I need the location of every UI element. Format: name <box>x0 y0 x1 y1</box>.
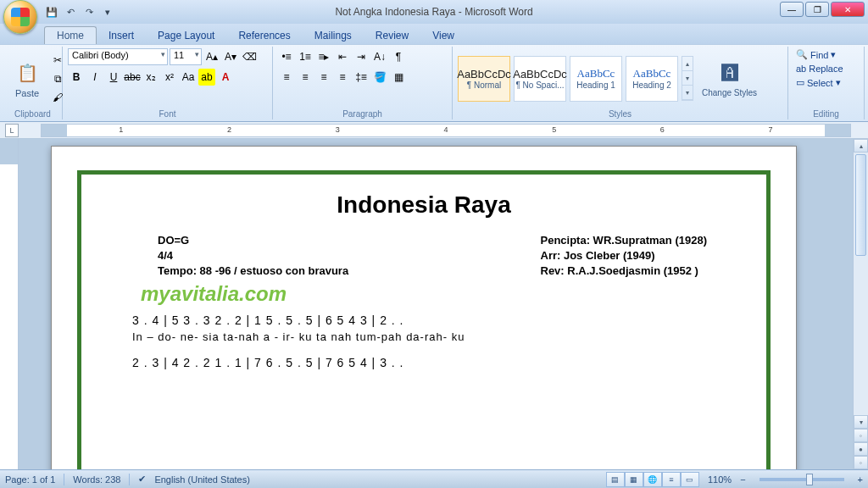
style-normal[interactable]: AaBbCcDc¶ Normal <box>458 56 510 102</box>
vertical-ruler[interactable] <box>0 139 19 469</box>
tab-insert[interactable]: Insert <box>97 27 146 44</box>
document-page[interactable]: Indonesia Raya DO=G 4/4 Tempo: 88 -96 / … <box>51 146 797 469</box>
zoom-out-button[interactable]: − <box>740 474 745 485</box>
highlight-button[interactable]: ab <box>198 69 215 86</box>
web-layout-view[interactable]: 🌐 <box>643 472 662 487</box>
numbering-button[interactable]: 1≡ <box>297 48 314 65</box>
ribbon-tabs: Home Insert Page Layout References Maili… <box>0 24 868 44</box>
font-color-button[interactable]: A <box>217 69 234 86</box>
qat-redo-icon[interactable]: ↷ <box>81 4 97 19</box>
superscript-button[interactable]: x² <box>161 69 178 86</box>
align-left-button[interactable]: ≡ <box>278 69 295 86</box>
notation-line2: 2 . 3 | 4 2 . 2 1 . 1 | 7 6 . 5 . 5 | 7 … <box>132 355 715 372</box>
shading-button[interactable]: 🪣 <box>371 69 388 86</box>
doc-arranger: Arr: Jos Cleber (1949) <box>541 249 708 262</box>
subscript-button[interactable]: x₂ <box>142 69 159 86</box>
tab-selector[interactable]: L <box>5 124 19 137</box>
tab-references[interactable]: References <box>226 27 302 44</box>
office-button[interactable] <box>3 0 37 34</box>
inc-indent-button[interactable]: ⇥ <box>353 48 370 65</box>
align-center-button[interactable]: ≡ <box>297 69 314 86</box>
font-size-select[interactable]: 11 <box>170 48 202 65</box>
font-group-label: Font <box>68 108 267 119</box>
vertical-scrollbar[interactable]: ▴ ▾ ◦ ● ◦ <box>853 139 868 469</box>
status-bar: Page: 1 of 1 Words: 238 ✔ English (Unite… <box>0 469 868 488</box>
editing-group-label: Editing <box>793 108 859 119</box>
bold-button[interactable]: B <box>68 69 85 86</box>
lyric-line1: In – do- ne- sia ta-nah a - ir- ku ta na… <box>132 330 715 345</box>
align-right-button[interactable]: ≡ <box>315 69 332 86</box>
proofing-icon[interactable]: ✔ <box>138 474 146 485</box>
borders-button[interactable]: ▦ <box>390 69 407 86</box>
line-spacing-button[interactable]: ‡≡ <box>353 69 370 86</box>
select-icon: ▭ <box>796 77 804 88</box>
paste-label: Paste <box>15 88 39 98</box>
replace-button[interactable]: abReplace <box>793 63 859 75</box>
styles-group-label: Styles <box>458 108 782 119</box>
dec-indent-button[interactable]: ⇤ <box>334 48 351 65</box>
status-language[interactable]: English (United States) <box>154 474 250 485</box>
font-name-select[interactable]: Calibri (Body) <box>68 48 168 65</box>
prev-page-icon[interactable]: ◦ <box>854 429 868 442</box>
tab-mailings[interactable]: Mailings <box>303 27 364 44</box>
print-layout-view[interactable]: ▤ <box>606 472 625 487</box>
tab-page-layout[interactable]: Page Layout <box>146 27 226 44</box>
doc-time-sig: 4/4 <box>158 249 348 262</box>
style-heading2[interactable]: AaBbCcHeading 2 <box>626 56 678 102</box>
tab-review[interactable]: Review <box>364 27 420 44</box>
styles-scroll[interactable]: ▴▾▾ <box>682 56 693 101</box>
clipboard-group-label: Clipboard <box>8 108 57 119</box>
change-styles-label: Change Styles <box>702 88 757 97</box>
show-marks-button[interactable]: ¶ <box>390 48 407 65</box>
outline-view[interactable]: ≡ <box>662 472 681 487</box>
change-styles-button[interactable]: 🅰 Change Styles <box>697 58 762 99</box>
sort-button[interactable]: A↓ <box>371 48 388 65</box>
qat-undo-icon[interactable]: ↶ <box>63 4 78 19</box>
find-button[interactable]: 🔍Find ▾ <box>793 48 859 61</box>
qat-save-icon[interactable]: 💾 <box>44 4 59 19</box>
scroll-down-icon[interactable]: ▾ <box>854 415 868 429</box>
justify-button[interactable]: ≡ <box>334 69 351 86</box>
doc-reviser: Rev: R.A.J.Soedjasmin (1952 ) <box>541 264 708 277</box>
multilevel-button[interactable]: ≡▸ <box>315 48 332 65</box>
change-styles-icon: 🅰 <box>716 59 743 86</box>
underline-button[interactable]: U <box>105 69 122 86</box>
next-page-icon[interactable]: ◦ <box>854 456 868 469</box>
zoom-in-button[interactable]: + <box>858 474 863 485</box>
watermark: myavitalia.com <box>141 282 741 306</box>
window-title: Not Angka Indonesia Raya - Microsoft Wor… <box>335 6 532 18</box>
paste-button[interactable]: 📋 Paste <box>8 58 46 100</box>
maximize-button[interactable]: ❐ <box>805 2 829 17</box>
zoom-level[interactable]: 110% <box>708 474 732 485</box>
bullets-button[interactable]: •≡ <box>278 48 295 65</box>
zoom-slider[interactable] <box>760 478 844 481</box>
style-heading1[interactable]: AaBbCcHeading 1 <box>570 56 622 102</box>
doc-tempo: Tempo: 88 -96 / estuoso con bravura <box>158 264 348 277</box>
minimize-button[interactable]: — <box>780 2 804 17</box>
italic-button[interactable]: I <box>86 69 103 86</box>
ribbon: 📋 Paste ✂ ⧉ 🖌 Clipboard Calibri (Body) 1… <box>0 44 868 122</box>
close-button[interactable]: ✕ <box>831 2 865 17</box>
strike-button[interactable]: abc <box>124 69 141 86</box>
select-button[interactable]: ▭Select ▾ <box>793 76 859 89</box>
full-screen-view[interactable]: ▦ <box>625 472 643 487</box>
change-case-button[interactable]: Aa <box>180 69 197 86</box>
status-words[interactable]: Words: 238 <box>73 474 120 485</box>
status-page[interactable]: Page: 1 of 1 <box>5 474 55 485</box>
grow-font-button[interactable]: A▴ <box>203 48 220 65</box>
browse-object-icon[interactable]: ● <box>854 442 868 456</box>
notation-line1: 3 . 4 | 5 3 . 3 2 . 2 | 1 5 . 5 . 5 | 6 … <box>132 313 715 330</box>
horizontal-ruler[interactable]: 1234567 <box>41 124 851 137</box>
shrink-font-button[interactable]: A▾ <box>222 48 239 65</box>
tab-view[interactable]: View <box>420 27 466 44</box>
style-no-spacing[interactable]: AaBbCcDc¶ No Spaci... <box>514 56 566 102</box>
clear-format-button[interactable]: ⌫ <box>241 48 258 65</box>
qat-dropdown-icon[interactable]: ▾ <box>100 4 115 19</box>
tab-home[interactable]: Home <box>44 26 97 44</box>
replace-icon: ab <box>796 64 806 74</box>
scroll-thumb[interactable] <box>855 154 866 256</box>
scroll-up-icon[interactable]: ▴ <box>854 139 868 152</box>
paragraph-group-label: Paragraph <box>278 108 447 119</box>
find-icon: 🔍 <box>796 49 808 60</box>
draft-view[interactable]: ▭ <box>681 472 699 487</box>
